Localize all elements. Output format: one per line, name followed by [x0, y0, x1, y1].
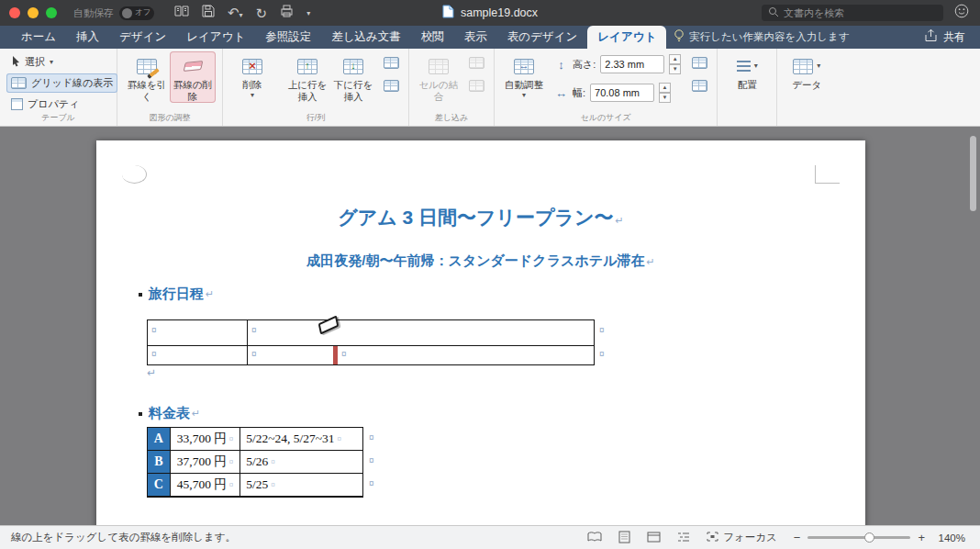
tab-table-design[interactable]: 表のデザイン: [497, 26, 587, 49]
tab-mailings[interactable]: 差し込み文書: [321, 26, 411, 49]
price-cell[interactable]: 37,700 円¤: [171, 451, 240, 473]
chevron-down-icon: ▾: [251, 91, 254, 100]
cell-end-mark: ¤: [151, 325, 157, 335]
account-smiley-icon[interactable]: [954, 4, 969, 22]
notebook-icon[interactable]: [174, 5, 189, 21]
select-label: 選択: [25, 55, 45, 69]
insert-column-left-button[interactable]: [380, 52, 402, 73]
dates-cell[interactable]: 5/26¤: [240, 451, 362, 473]
insert-row-above-button[interactable]: ↑ 上に行を挿入: [284, 51, 330, 103]
prices-heading-text: 料金表: [149, 405, 190, 422]
split-cells-button[interactable]: [465, 52, 487, 73]
chevron-down-icon: ▾: [817, 62, 820, 71]
itinerary-table[interactable]: ¤ ¤ ¤ ¤ ¤ ¤ ¤: [147, 319, 595, 365]
document-canvas[interactable]: グアム 3 日間〜フリープラン〜↵ 成田夜発/朝〜午前帰：スタンダードクラスホテ…: [0, 127, 980, 525]
insert-row-below-button[interactable]: ↓ 下に行を挿入: [330, 51, 376, 103]
zoom-slider[interactable]: [807, 536, 910, 539]
table-group-label: テーブル: [0, 112, 117, 124]
section-heading-itinerary[interactable]: 旅行日程 ↵: [139, 286, 214, 303]
zoom-out-button[interactable]: −: [794, 531, 801, 544]
document-page[interactable]: グアム 3 日間〜フリープラン〜↵ 成田夜発/朝〜午前帰：スタンダードクラスホテ…: [96, 140, 865, 525]
minimize-window-button[interactable]: [28, 7, 39, 18]
price-cell[interactable]: 33,700 円¤: [171, 428, 240, 450]
row-height-input[interactable]: [600, 55, 664, 73]
table-row[interactable]: A 33,700 円¤ 5/22~24, 5/27~31¤: [148, 428, 362, 451]
zoom-percentage[interactable]: 140%: [932, 532, 965, 543]
row-height-stepper[interactable]: ▲ ▼: [669, 54, 681, 74]
draw-table-button[interactable]: 罫線を引く: [124, 51, 170, 103]
autofit-button[interactable]: ↔ 自動調整 ▾: [501, 51, 547, 100]
tab-view[interactable]: 表示: [454, 26, 497, 49]
stepper-down-icon[interactable]: ▼: [669, 64, 681, 74]
cell-end-mark: ¤: [151, 349, 157, 359]
table-border-vertical[interactable]: [247, 320, 248, 364]
stepper-up-icon[interactable]: ▲: [659, 83, 671, 93]
tell-me-placeholder: 実行したい作業内容を入力します: [689, 26, 849, 49]
eraser-button[interactable]: 罫線の削除: [170, 51, 216, 103]
column-width-stepper[interactable]: ▲ ▼: [659, 83, 671, 103]
view-gridlines-button[interactable]: グリッド線の表示: [6, 73, 117, 93]
properties-icon: [11, 98, 23, 110]
dates-cell[interactable]: 5/22~24, 5/27~31¤: [240, 428, 362, 450]
tell-me-box[interactable]: 実行したい作業内容を入力します: [674, 26, 849, 49]
tab-table-layout[interactable]: レイアウト: [587, 26, 666, 49]
price-table[interactable]: A 33,700 円¤ 5/22~24, 5/27~31¤ B 37,700 円…: [147, 427, 363, 498]
stepper-up-icon[interactable]: ▲: [669, 54, 681, 64]
table-row[interactable]: C 45,700 円¤ 5/25¤: [148, 474, 362, 497]
save-icon[interactable]: [202, 5, 215, 21]
tab-home[interactable]: ホーム: [11, 26, 66, 49]
vertical-scrollbar-thumb[interactable]: [970, 136, 976, 211]
row-height-icon: ↕: [554, 58, 568, 72]
distribute-columns-button[interactable]: [688, 75, 710, 96]
tab-insert[interactable]: 挿入: [66, 26, 109, 49]
print-icon[interactable]: [280, 5, 294, 21]
zoom-slider-thumb[interactable]: [864, 532, 874, 543]
stepper-down-icon[interactable]: ▼: [659, 93, 671, 103]
table-properties-button[interactable]: プロパティ: [6, 95, 117, 114]
zoom-in-button[interactable]: +: [918, 531, 925, 544]
price-cell[interactable]: 45,700 円¤: [171, 474, 240, 496]
price-text: 33,700 円: [177, 431, 227, 447]
document-heading-title[interactable]: グアム 3 日間〜フリープラン〜↵: [96, 205, 865, 230]
close-window-button[interactable]: [9, 7, 20, 18]
redo-icon[interactable]: ↻: [256, 6, 268, 20]
insert-column-right-button[interactable]: [380, 75, 402, 96]
autosave-control[interactable]: 自動保存 オフ: [73, 6, 154, 20]
data-button[interactable]: ▾ データ: [784, 51, 830, 91]
read-mode-icon[interactable]: [587, 532, 602, 544]
toolbar-chevron-icon[interactable]: ▾: [306, 9, 310, 17]
delete-table-button[interactable]: × 削除 ▾: [229, 51, 275, 100]
tab-layout[interactable]: レイアウト: [176, 26, 255, 49]
web-layout-icon[interactable]: [647, 532, 661, 544]
column-width-input[interactable]: [590, 84, 654, 102]
grade-cell[interactable]: B: [148, 451, 171, 473]
split-table-button[interactable]: [465, 75, 487, 96]
document-title-area: sample19.docx: [442, 5, 538, 22]
tab-references[interactable]: 参照設定: [255, 26, 321, 49]
border-erase-highlight[interactable]: [333, 346, 338, 364]
column-width-label: 幅:: [573, 86, 585, 100]
document-heading-subtitle[interactable]: 成田夜発/朝〜午前帰：スタンダードクラスホテル滞在↵: [96, 252, 865, 270]
tab-review[interactable]: 校閲: [411, 26, 454, 49]
alignment-button[interactable]: ▾ 配置: [724, 51, 770, 91]
autosave-toggle[interactable]: オフ: [119, 6, 154, 20]
search-input[interactable]: 文書内を検索: [762, 5, 943, 21]
fullscreen-window-button[interactable]: [46, 7, 57, 18]
undo-button[interactable]: ↶▾: [228, 5, 243, 21]
print-layout-icon[interactable]: [618, 531, 630, 545]
ribbon-group-rows-cols: × 削除 ▾ ↑ 上に行を挿入 ↓ 下に行を挿入 行/列: [223, 49, 409, 126]
share-button[interactable]: 共有: [924, 26, 980, 49]
table-border-horizontal[interactable]: [148, 345, 594, 346]
merge-cells-button[interactable]: セルの結合: [416, 51, 462, 103]
select-button[interactable]: 選択 ▾: [6, 52, 117, 72]
alignment-icon: [737, 61, 751, 72]
outline-view-icon[interactable]: [677, 532, 690, 544]
focus-mode-button[interactable]: フォーカス: [707, 531, 777, 544]
table-row[interactable]: B 37,700 円¤ 5/26¤: [148, 451, 362, 474]
dates-cell[interactable]: 5/25¤: [240, 474, 362, 496]
tab-design[interactable]: デザイン: [109, 26, 176, 49]
distribute-rows-button[interactable]: [688, 52, 710, 73]
grade-cell[interactable]: A: [148, 428, 171, 450]
section-heading-prices[interactable]: 料金表 ↵: [139, 405, 200, 422]
grade-cell[interactable]: C: [148, 474, 171, 496]
